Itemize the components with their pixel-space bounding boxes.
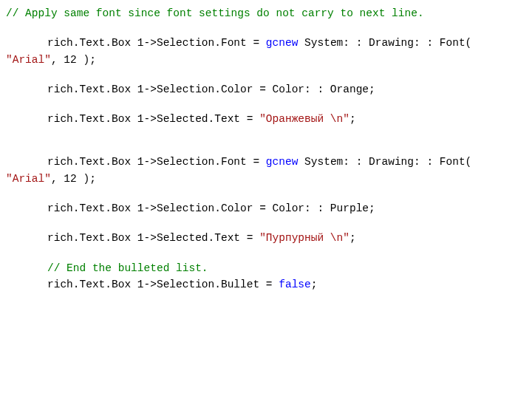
code-text: ; (349, 232, 356, 244)
code-line: rich.Text.Box 1->Selection.Font = gcnew … (6, 35, 526, 50)
blank-line (6, 248, 526, 261)
code-line-wrap: "Arial", 12 ); (6, 171, 526, 186)
code-line: rich.Text.Box 1->Selection.Font = gcnew … (6, 154, 526, 169)
code-text: , 12 ); (51, 54, 96, 66)
code-text: System: : Drawing: : Font( (298, 37, 478, 49)
comment-text: // End the bulleted list. (47, 262, 208, 274)
string-literal: "Arial" (6, 54, 51, 66)
code-text: rich.Text.Box 1->Selection.Color = Color… (47, 202, 375, 214)
string-literal: "Оранжевый \n" (259, 113, 349, 125)
code-line: rich.Text.Box 1->Selected.Text = "Оранже… (6, 112, 526, 126)
code-text: rich.Text.Box 1->Selection.Font = (47, 156, 266, 168)
code-text: , 12 ); (51, 173, 96, 185)
code-text: rich.Text.Box 1->Selected.Text = (47, 113, 259, 125)
blank-line (6, 22, 526, 35)
code-text: rich.Text.Box 1->Selection.Color = Color… (47, 83, 375, 95)
code-line: rich.Text.Box 1->Selected.Text = "Пурпур… (6, 231, 526, 245)
code-line-wrap: "Arial", 12 ); (6, 52, 526, 67)
code-text: rich.Text.Box 1->Selection.Font = (47, 37, 266, 49)
code-text: rich.Text.Box 1->Selection.Bullet = (47, 279, 279, 290)
keyword-gcnew: gcnew (266, 156, 299, 168)
keyword-false: false (279, 279, 311, 290)
code-text: rich.Text.Box 1->Selected.Text = (47, 232, 259, 244)
code-text: ; (349, 113, 356, 125)
blank-line (6, 188, 526, 201)
code-line-comment: // Apply same font since font settings d… (6, 6, 526, 21)
blank-line (6, 69, 526, 82)
blank-line (6, 98, 526, 112)
comment-text: // Apply same font since font settings d… (6, 7, 424, 19)
blank-line (6, 128, 526, 141)
blank-line (6, 141, 526, 154)
code-line: rich.Text.Box 1->Selection.Bullet = fals… (6, 277, 526, 292)
code-line: rich.Text.Box 1->Selection.Color = Color… (6, 82, 526, 97)
blank-line (6, 217, 526, 231)
string-literal: "Пурпурный \n" (259, 232, 349, 244)
code-text: ; (311, 279, 318, 290)
code-line: rich.Text.Box 1->Selection.Color = Color… (6, 201, 526, 216)
code-text: System: : Drawing: : Font( (298, 156, 478, 168)
code-line-comment: // End the bulleted list. (6, 261, 526, 276)
keyword-gcnew: gcnew (266, 37, 299, 49)
string-literal: "Arial" (6, 173, 51, 185)
